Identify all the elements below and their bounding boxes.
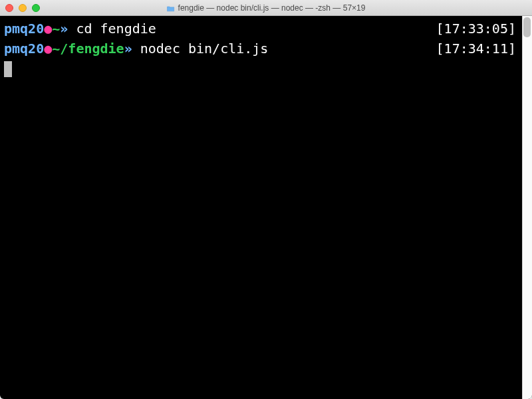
prompt-path: ~/fengdie [52,39,124,59]
window-titlebar: fengdie — nodec bin/cli.js — nodec — -zs… [0,0,532,16]
maximize-button[interactable] [32,4,40,12]
close-button[interactable] [5,4,13,12]
prompt-user: pmq20 [4,19,44,39]
terminal-line: pmq20●~/fengdie» nodec bin/cli.js [17:34… [4,39,528,59]
scrollbar-thumb[interactable] [523,17,531,37]
traffic-lights [5,4,40,12]
window-title: fengdie — nodec bin/cli.js — nodec — -zs… [167,3,366,13]
window-title-text: fengdie — nodec bin/cli.js — nodec — -zs… [178,3,366,13]
minimize-button[interactable] [19,4,27,12]
prompt-dot: ● [44,19,52,39]
terminal-line: pmq20●~» cd fengdie [17:33:05] [4,19,528,39]
terminal-content[interactable]: pmq20●~» cd fengdie [17:33:05] pmq20●~/f… [0,16,532,399]
prompt-command: nodec bin/cli.js [132,39,269,59]
prompt-arrow: » [60,19,68,39]
scrollbar-track[interactable] [522,16,532,399]
prompt-dot: ● [44,39,52,59]
prompt-timestamp: [17:34:11] [436,39,516,59]
prompt-user: pmq20 [4,39,44,59]
folder-icon [167,5,175,11]
prompt-arrow: » [124,39,132,59]
prompt-path: ~ [52,19,60,39]
prompt-command: cd fengdie [68,19,156,39]
prompt-timestamp: [17:33:05] [436,19,516,39]
terminal-cursor-line [4,59,528,79]
cursor [4,61,12,77]
terminal-window: fengdie — nodec bin/cli.js — nodec — -zs… [0,0,532,399]
